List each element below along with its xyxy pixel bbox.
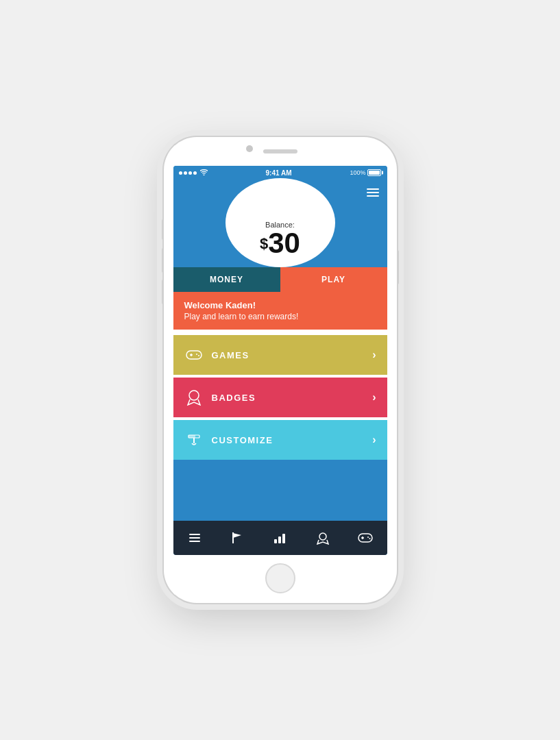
badges-label: BADGES	[212, 393, 373, 403]
status-time: 9:41 AM	[265, 169, 291, 177]
svg-rect-18	[358, 534, 372, 542]
balance-display: $30	[260, 229, 300, 258]
list-icon	[188, 531, 202, 545]
status-left	[179, 169, 208, 177]
menu-items: GAMES › BADGES ›	[173, 335, 387, 521]
svg-rect-15	[278, 536, 281, 543]
bottom-nav-flag[interactable]	[225, 526, 249, 550]
status-bar: 9:41 AM 100%	[173, 166, 387, 180]
signal-dot-1	[179, 171, 182, 175]
svg-point-17	[319, 533, 326, 540]
status-right: 100%	[350, 169, 381, 176]
speaker	[263, 149, 297, 153]
svg-point-21	[367, 536, 369, 538]
gamepad-icon	[184, 345, 204, 365]
balance-amount: 30	[268, 227, 300, 259]
welcome-line2: Play and learn to earn rewards!	[184, 312, 376, 321]
customize-label: CUSTOMIZE	[212, 435, 373, 445]
bottom-nav	[173, 521, 387, 555]
battery-icon	[367, 169, 381, 176]
volume-down-button	[162, 280, 164, 304]
brush-icon	[184, 430, 204, 449]
battery-percent: 100%	[350, 169, 365, 176]
hamburger-line-2	[367, 192, 379, 193]
shield-badge-icon	[316, 531, 330, 545]
badges-chevron: ›	[372, 391, 376, 404]
svg-rect-16	[282, 534, 285, 543]
svg-point-4	[198, 355, 199, 356]
svg-point-3	[196, 354, 197, 355]
power-button	[397, 250, 399, 284]
section-divider-1	[173, 330, 387, 335]
currency-symbol: $	[260, 235, 268, 252]
tab-money[interactable]: MONEY	[173, 267, 280, 292]
svg-rect-11	[189, 537, 200, 539]
camera	[246, 145, 253, 152]
balance-circle: Balance: $30	[226, 178, 335, 267]
menu-item-games[interactable]: GAMES ›	[173, 335, 387, 375]
svg-point-5	[189, 391, 199, 400]
bottom-nav-home[interactable]	[182, 526, 207, 550]
hamburger-line-1	[367, 188, 379, 190]
tab-bar: MONEY PLAY	[173, 267, 387, 292]
svg-point-22	[369, 538, 371, 539]
games-label: GAMES	[212, 350, 373, 360]
badge-icon	[184, 388, 204, 407]
game-controller-icon	[358, 532, 373, 543]
hamburger-line-3	[367, 195, 379, 197]
phone-frame: 9:41 AM 100% Marshmallow Balance: $3	[164, 137, 397, 603]
wifi-icon	[200, 169, 208, 177]
signal-dot-2	[184, 171, 187, 175]
welcome-line1: Welcome Kaden!	[184, 300, 376, 310]
bottom-nav-badge[interactable]	[311, 526, 335, 550]
welcome-banner: Welcome Kaden! Play and learn to earn re…	[173, 292, 387, 330]
signal-dot-3	[188, 171, 192, 175]
svg-rect-7	[188, 435, 192, 438]
signal-dots	[179, 171, 197, 175]
bottom-nav-game[interactable]	[353, 526, 378, 550]
svg-rect-8	[192, 435, 195, 438]
svg-rect-12	[189, 541, 200, 542]
tab-play[interactable]: PLAY	[280, 267, 387, 292]
svg-rect-10	[189, 534, 200, 535]
screen: 9:41 AM 100% Marshmallow Balance: $3	[173, 166, 387, 555]
svg-rect-0	[186, 351, 202, 359]
balance-section: Balance: $30	[173, 206, 387, 267]
customize-chevron: ›	[372, 434, 376, 446]
menu-item-badges[interactable]: BADGES ›	[173, 378, 387, 417]
home-button[interactable]	[265, 563, 295, 593]
volume-up-button	[162, 248, 164, 273]
chart-icon	[273, 531, 287, 545]
games-chevron: ›	[372, 349, 376, 361]
battery-fill	[369, 171, 380, 175]
hamburger-menu-button[interactable]	[367, 188, 379, 197]
bottom-nav-chart[interactable]	[267, 526, 292, 550]
signal-dot-4	[193, 171, 197, 175]
menu-item-customize[interactable]: CUSTOMIZE ›	[173, 420, 387, 460]
flag-icon	[230, 531, 244, 545]
svg-rect-14	[274, 539, 277, 543]
